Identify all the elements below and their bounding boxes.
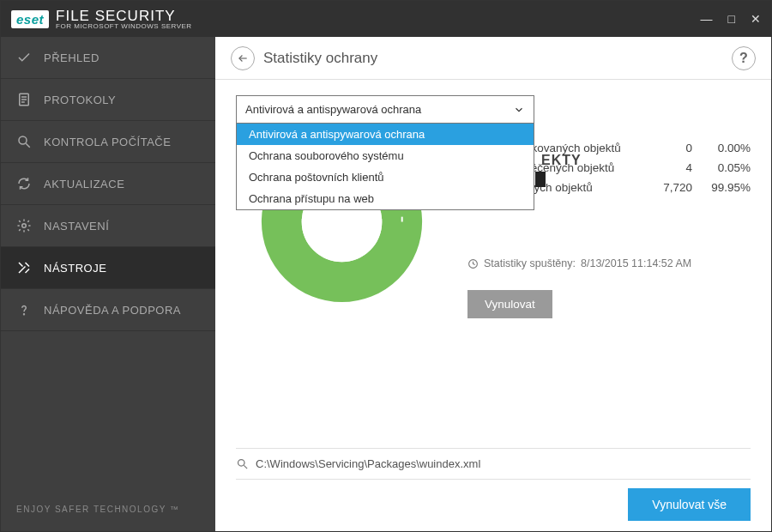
dropdown-option[interactable]: Ochrana přístupu na web <box>237 188 534 209</box>
check-icon <box>16 50 32 65</box>
sidebar: PŘEHLED PROTOKOLY KONTROLA POČÍTAČE AKTU… <box>1 37 215 531</box>
refresh-icon <box>16 176 32 191</box>
sidebar-item-help[interactable]: NÁPOVĚDA A PODPORA <box>1 289 215 331</box>
brand-logo: eset <box>11 10 49 28</box>
legend-pct: 0.05% <box>703 161 751 174</box>
stats-started-value: 8/13/2015 11:14:52 AM <box>581 257 691 269</box>
app-subtitle: FOR MICROSOFT WINDOWS SERVER <box>56 23 192 30</box>
reset-button[interactable]: Vynulovat <box>467 290 552 318</box>
titlebar: eset FILE SECURITY FOR MICROSOFT WINDOWS… <box>1 1 771 37</box>
chevron-down-icon <box>513 104 525 116</box>
sidebar-item-label: NÁSTROJE <box>44 262 106 275</box>
document-icon <box>16 92 32 107</box>
section-title-fragment: EKTY <box>541 153 582 168</box>
sidebar-item-tools[interactable]: NÁSTROJE <box>1 247 215 289</box>
sidebar-item-overview[interactable]: PŘEHLED <box>1 37 215 79</box>
gear-icon <box>16 218 32 233</box>
close-button[interactable]: ✕ <box>751 12 761 26</box>
legend-count: 0 <box>654 142 703 154</box>
sidebar-item-settings[interactable]: NASTAVENÍ <box>1 205 215 247</box>
sidebar-item-label: KONTROLA POČÍTAČE <box>44 136 171 148</box>
help-button[interactable]: ? <box>732 46 756 70</box>
svg-point-7 <box>24 314 25 315</box>
stats-started-label: Statistiky spuštěny: <box>484 257 576 269</box>
sidebar-item-label: NÁPOVĚDA A PODPORA <box>44 304 181 317</box>
app-title-block: FILE SECURITY FOR MICROSOFT WINDOWS SERV… <box>56 9 192 30</box>
legend-count: 7,720 <box>654 181 703 194</box>
back-button[interactable] <box>231 46 255 70</box>
clock-icon <box>467 258 479 269</box>
arrow-left-icon <box>237 52 249 64</box>
minimize-button[interactable]: — <box>701 12 713 26</box>
svg-point-4 <box>19 136 27 144</box>
svg-point-6 <box>22 224 27 228</box>
dropdown-option[interactable]: Antivirová a antispywarová ochrana <box>237 124 534 145</box>
sidebar-footer: ENJOY SAFER TECHNOLOGY ™ <box>1 487 215 531</box>
scan-path-bar: C:\Windows\Servicing\Packages\wuindex.xm… <box>236 448 751 479</box>
tools-icon <box>16 260 32 275</box>
protection-type-dropdown[interactable]: Antivirová a antispywarová ochrana Antiv… <box>236 95 534 210</box>
main-panel: Statistiky ochrany ? EKTY Antivirová a a… <box>215 37 771 531</box>
dropdown-option[interactable]: Ochrana poštovních klientů <box>237 166 534 188</box>
legend-count: 4 <box>654 161 703 174</box>
legend-pct: 99.95% <box>703 181 751 194</box>
svg-line-14 <box>244 465 247 469</box>
svg-line-5 <box>26 143 30 148</box>
reset-all-button[interactable]: Vynulovat vše <box>628 488 751 521</box>
dropdown-selected-label: Antivirová a antispywarová ochrana <box>245 103 421 116</box>
sidebar-item-logs[interactable]: PROTOKOLY <box>1 79 215 121</box>
chart-fragment <box>535 172 546 187</box>
sidebar-item-label: PŘEHLED <box>44 51 100 64</box>
question-icon <box>16 302 32 317</box>
sidebar-item-label: AKTUALIZACE <box>44 178 124 190</box>
sidebar-item-update[interactable]: AKTUALIZACE <box>1 163 215 205</box>
footer-bar: Vynulovat vše <box>236 479 751 521</box>
search-icon <box>236 457 249 470</box>
dropdown-option[interactable]: Ochrana souborového systému <box>237 145 534 166</box>
svg-point-13 <box>238 460 245 467</box>
sidebar-item-label: PROTOKOLY <box>44 94 116 106</box>
dropdown-list: Antivirová a antispywarová ochrana Ochra… <box>237 124 534 209</box>
sidebar-item-scan[interactable]: KONTROLA POČÍTAČE <box>1 121 215 163</box>
page-title: Statistiky ochrany <box>263 50 377 67</box>
stats-started: Statistiky spuštěny: 8/13/2015 11:14:52 … <box>467 257 751 269</box>
dropdown-selected[interactable]: Antivirová a antispywarová ochrana <box>237 96 534 124</box>
sidebar-item-label: NASTAVENÍ <box>44 220 109 233</box>
page-header: Statistiky ochrany ? <box>215 37 771 80</box>
search-icon <box>16 134 32 149</box>
maximize-button[interactable]: □ <box>728 12 735 26</box>
legend-pct: 0.00% <box>703 142 751 154</box>
app-title: FILE SECURITY <box>56 9 192 23</box>
scan-path-value: C:\Windows\Servicing\Packages\wuindex.xm… <box>256 457 480 470</box>
